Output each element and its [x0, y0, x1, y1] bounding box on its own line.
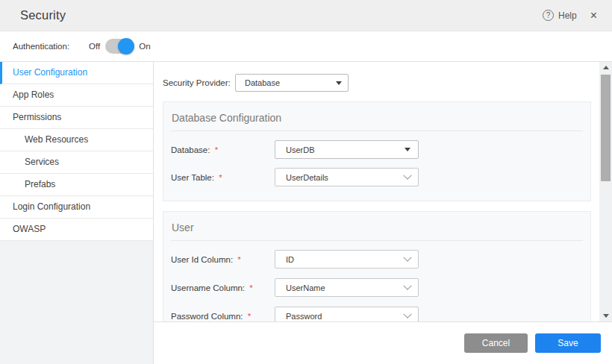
security-provider-label: Security Provider:	[163, 78, 235, 87]
password-column-label: Password Column: *	[171, 312, 275, 321]
database-label: Database: *	[171, 145, 275, 154]
sidebar-item-owasp[interactable]: OWASP	[0, 219, 153, 241]
sidebar-item-permissions[interactable]: Permissions	[0, 107, 153, 129]
scrollbar-thumb[interactable]	[601, 75, 611, 181]
sidebar-item-web-resources[interactable]: Web Resources	[0, 129, 153, 151]
cancel-button[interactable]: Cancel	[464, 333, 528, 353]
toggle-off-label: Off	[89, 42, 100, 51]
sidebar-item-services[interactable]: Services	[0, 151, 153, 174]
chevron-down-icon	[403, 310, 411, 318]
required-marker: *	[215, 145, 218, 154]
security-provider-row: Security Provider: Database	[163, 74, 599, 92]
vertical-scrollbar[interactable]	[599, 62, 612, 321]
security-sidebar: User Configuration App Roles Permissions…	[0, 62, 154, 364]
help-button[interactable]: ? Help	[543, 10, 577, 21]
main-panel: Security Provider: Database Database Con…	[154, 62, 612, 364]
scroll-content: Security Provider: Database Database Con…	[154, 62, 599, 321]
security-provider-select[interactable]: Database	[235, 74, 349, 92]
user-id-column-value: ID	[286, 255, 294, 264]
toggle-on-label: On	[139, 42, 150, 51]
authentication-label: Authentication:	[13, 42, 69, 51]
security-provider-value: Database	[245, 78, 280, 87]
user-id-column-field-row: User Id Column: * ID	[171, 250, 583, 269]
caret-down-icon	[405, 148, 410, 151]
username-column-select[interactable]: UserName	[275, 278, 419, 297]
dialog-footer: Cancel Save	[154, 321, 612, 364]
dialog-body: User Configuration App Roles Permissions…	[0, 62, 612, 364]
user-table-select[interactable]: UserDetails	[275, 168, 419, 186]
authentication-toggle[interactable]	[105, 39, 134, 54]
caret-down-icon	[336, 81, 342, 85]
username-column-value: UserName	[286, 283, 325, 292]
password-column-field-row: Password Column: * Password	[171, 307, 583, 321]
toggle-knob	[118, 38, 134, 54]
sidebar-item-prefabs[interactable]: Prefabs	[0, 174, 153, 196]
close-icon[interactable]: ×	[590, 10, 597, 22]
scroll-down-button[interactable]	[599, 310, 612, 321]
chevron-down-icon	[403, 281, 411, 289]
user-table-field-row: User Table: * UserDetails	[171, 168, 583, 186]
database-field-row: Database: * UserDB	[171, 140, 583, 159]
required-marker: *	[237, 255, 240, 264]
save-button[interactable]: Save	[535, 333, 601, 353]
sidebar-item-app-roles[interactable]: App Roles	[0, 84, 153, 107]
security-dialog: Security ? Help × Authentication: Off On…	[0, 0, 612, 364]
chevron-down-icon	[403, 171, 411, 179]
help-icon: ?	[543, 10, 554, 21]
authentication-row: Authentication: Off On	[0, 31, 612, 62]
user-table-label: User Table: *	[171, 173, 275, 182]
scroll-up-button[interactable]	[599, 62, 612, 73]
page-title: Security	[20, 8, 66, 22]
triangle-up-icon	[603, 66, 609, 69]
required-marker: *	[219, 173, 222, 182]
sidebar-item-login-configuration[interactable]: Login Configuration	[0, 196, 153, 219]
user-section: User User Id Column: * ID	[163, 211, 591, 321]
section-title: User	[171, 212, 583, 240]
required-marker: *	[248, 312, 251, 321]
dialog-header: Security ? Help ×	[0, 0, 612, 31]
database-select[interactable]: UserDB	[275, 140, 419, 159]
user-table-value: UserDetails	[286, 173, 328, 182]
required-marker: *	[249, 283, 252, 292]
user-id-column-select[interactable]: ID	[275, 250, 419, 269]
section-title: Database Configuration	[171, 102, 583, 131]
help-label: Help	[558, 10, 577, 21]
database-value: UserDB	[286, 145, 315, 154]
section-divider	[171, 240, 583, 241]
triangle-down-icon	[603, 314, 609, 318]
username-column-label: Username Column: *	[171, 283, 275, 292]
password-column-value: Password	[286, 312, 322, 321]
header-actions: ? Help ×	[543, 10, 597, 22]
database-configuration-section: Database Configuration Database: * UserD…	[163, 101, 591, 201]
username-column-field-row: Username Column: * UserName	[171, 278, 583, 297]
password-column-select[interactable]: Password	[275, 307, 419, 321]
chevron-down-icon	[403, 253, 411, 261]
section-divider	[171, 131, 583, 131]
user-id-column-label: User Id Column: *	[171, 255, 275, 264]
sidebar-item-user-configuration[interactable]: User Configuration	[0, 62, 153, 84]
